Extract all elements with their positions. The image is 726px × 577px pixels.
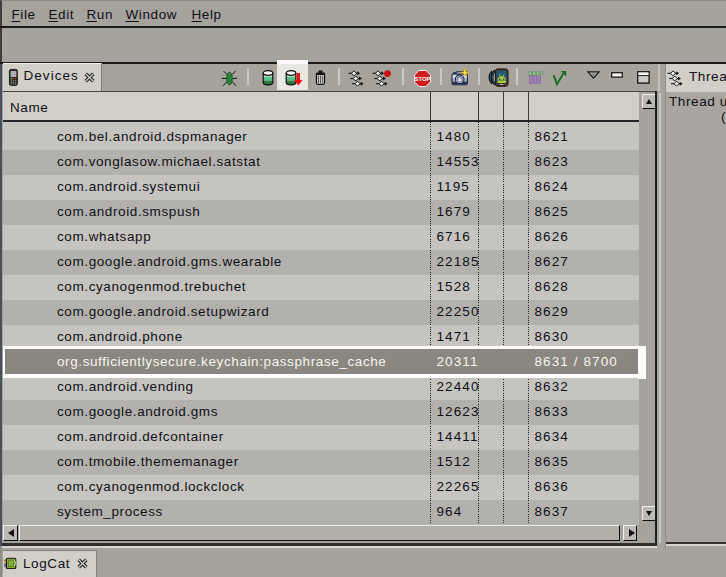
- svg-text:STOP: STOP: [415, 75, 431, 81]
